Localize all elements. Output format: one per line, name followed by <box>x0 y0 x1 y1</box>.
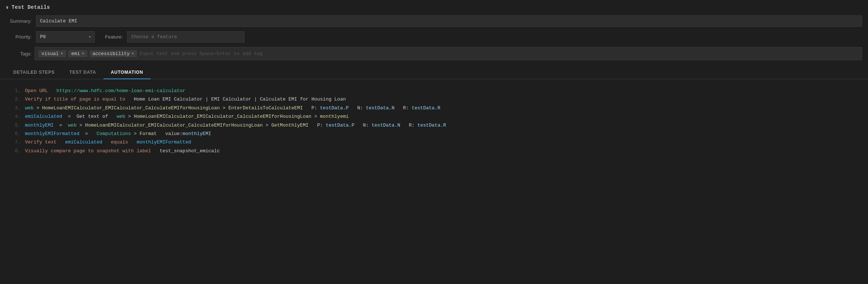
tag-accessibility: accessibility ✕ <box>90 50 137 57</box>
code-token: testData.P <box>320 105 349 111</box>
tag-emi: emi ✕ <box>68 50 87 57</box>
code-line: 1.Open URL https://www.hdfc.com/home-loa… <box>6 87 862 95</box>
code-token: > <box>263 123 271 128</box>
tag-remove-emi[interactable]: ✕ <box>82 51 84 56</box>
line-number: 3. <box>6 104 21 112</box>
line-content: Verify if title of page is equal to Home… <box>25 95 862 103</box>
code-token: Visually compare page to snapshot with l… <box>25 148 160 154</box>
section-title: Test Details <box>12 4 50 10</box>
priority-label: Priority: <box>6 34 32 40</box>
code-token: testData.R <box>412 105 440 111</box>
code-token: equals <box>102 139 137 145</box>
summary-input[interactable] <box>36 15 862 27</box>
tag-label: visual <box>41 51 59 57</box>
chevron-icon: ∨ <box>6 5 9 10</box>
code-token: monthlyEMI <box>25 123 54 128</box>
line-number: 7. <box>6 138 21 146</box>
line-number: 1. <box>6 87 21 95</box>
tag-visual: visual ✕ <box>39 50 66 57</box>
code-token: web <box>25 105 33 111</box>
code-line: 5.monthlyEMI = web > HomeLoanEMICalculat… <box>6 121 862 130</box>
code-token: R: <box>400 123 417 128</box>
summary-label: Summary: <box>6 18 32 24</box>
tag-label: emi <box>71 51 80 57</box>
code-token: N: <box>354 123 372 128</box>
code-token: https://www.hdfc.com/home-loan-emi-calcu… <box>57 88 185 94</box>
code-token: emiCalculated <box>25 114 62 119</box>
priority-select-wrapper: P0 P1 P2 P3 ▾ <box>36 31 95 43</box>
code-token: = <box>79 131 97 136</box>
code-token: N: <box>349 105 366 111</box>
code-token: P: <box>303 105 320 111</box>
code-token: Format <box>140 131 157 136</box>
code-token: HomeLoanEMICalculator_EMICalculator_Calc… <box>42 105 220 111</box>
code-token: > <box>220 105 228 111</box>
code-token: testData.N <box>372 123 400 128</box>
priority-feature-row: Priority: P0 P1 P2 P3 ▾ Feature: <box>6 31 862 43</box>
code-token: > <box>33 105 42 111</box>
code-token: Open URL <box>25 88 57 94</box>
line-number: 5. <box>6 121 21 130</box>
line-content: Verify text emiCalculated equals monthly… <box>25 138 862 146</box>
code-line: 6.monthlyEMIFormatted = Computations > F… <box>6 130 862 138</box>
tag-remove-visual[interactable]: ✕ <box>61 51 63 56</box>
tags-input-placeholder: Input text and press Space/Enter to add … <box>139 51 262 57</box>
code-token: Computations <box>97 131 131 136</box>
line-content: Open URL https://www.hdfc.com/home-loan-… <box>25 87 862 95</box>
code-token: Verify text <box>25 139 65 145</box>
feature-label: Feature: <box>105 34 123 40</box>
test-details-section: ∨ Test Details Summary: Priority: P0 P1 … <box>0 0 868 60</box>
line-content: Visually compare page to snapshot with l… <box>25 147 862 155</box>
code-line: 8.Visually compare page to snapshot with… <box>6 147 862 155</box>
line-content: monthlyEMIFormatted = Computations > For… <box>25 130 862 138</box>
line-content: monthlyEMI = web > HomeLoanEMICalculator… <box>25 121 862 130</box>
code-token: = Get text of <box>62 114 116 119</box>
tab-test-data[interactable]: TEST DATA <box>62 66 104 79</box>
code-token: monthlyEMI <box>182 131 211 136</box>
line-number: 8. <box>6 147 21 155</box>
line-content: web > HomeLoanEMICalculator_EMICalculato… <box>25 104 862 112</box>
code-token: > <box>131 131 140 136</box>
code-area: 1.Open URL https://www.hdfc.com/home-loa… <box>0 79 868 163</box>
feature-input[interactable] <box>127 31 245 43</box>
tags-container[interactable]: visual ✕ emi ✕ accessibility ✕ Input tex… <box>35 47 862 60</box>
tags-row: Tags: visual ✕ emi ✕ accessibility ✕ Inp… <box>6 47 862 60</box>
tabs-bar: DETAILED STEPS TEST DATA AUTOMATION <box>0 66 868 79</box>
code-token: > <box>76 123 85 128</box>
tab-automation[interactable]: AUTOMATION <box>104 66 151 79</box>
line-number: 6. <box>6 130 21 138</box>
code-token: P: <box>308 123 326 128</box>
code-token: GetMonthlyEMI <box>271 123 308 128</box>
code-token: monthlyEMIFormatted <box>137 139 191 145</box>
code-token: Verify if title of page is equal to <box>25 97 134 102</box>
code-line: 4.emiCalculated = Get text of web > Home… <box>6 112 862 121</box>
code-token: EnterDetailsToCalculateEMI <box>228 105 303 111</box>
tags-label: Tags: <box>6 51 32 57</box>
section-header: ∨ Test Details <box>6 4 862 10</box>
code-line: 7.Verify text emiCalculated equals month… <box>6 138 862 146</box>
tag-label: accessibility <box>93 51 130 57</box>
code-line: 3.web > HomeLoanEMICalculator_EMICalcula… <box>6 104 862 112</box>
code-token: = <box>54 123 68 128</box>
code-line: 2.Verify if title of page is equal to Ho… <box>6 95 862 103</box>
code-token: emiCalculated <box>65 139 102 145</box>
tag-remove-accessibility[interactable]: ✕ <box>131 51 134 56</box>
line-content: emiCalculated = Get text of web > HomeLo… <box>25 112 862 121</box>
tab-detailed-steps[interactable]: DETAILED STEPS <box>6 66 62 79</box>
code-token: > <box>125 114 134 119</box>
code-token: Home Loan EMI Calculator | EMI Calculato… <box>134 97 346 102</box>
code-token: monthlyemi <box>320 114 349 119</box>
code-token: value: <box>157 131 182 136</box>
priority-select[interactable]: P0 P1 P2 P3 <box>36 31 95 43</box>
line-number: 2. <box>6 95 21 103</box>
code-token: testData.N <box>366 105 394 111</box>
line-number: 4. <box>6 112 21 121</box>
code-token: test_snapshot_emicalc <box>160 148 220 154</box>
code-token: web <box>117 114 125 119</box>
code-token: > <box>311 114 320 119</box>
code-token: HomeLoanEMICalculator_EMICalculator_Calc… <box>134 114 311 119</box>
code-token: R: <box>394 105 412 111</box>
code-token: testData.P <box>326 123 354 128</box>
code-token: testData.R <box>417 123 446 128</box>
code-token: HomeLoanEMICalculator_EMICalculator_Calc… <box>85 123 263 128</box>
